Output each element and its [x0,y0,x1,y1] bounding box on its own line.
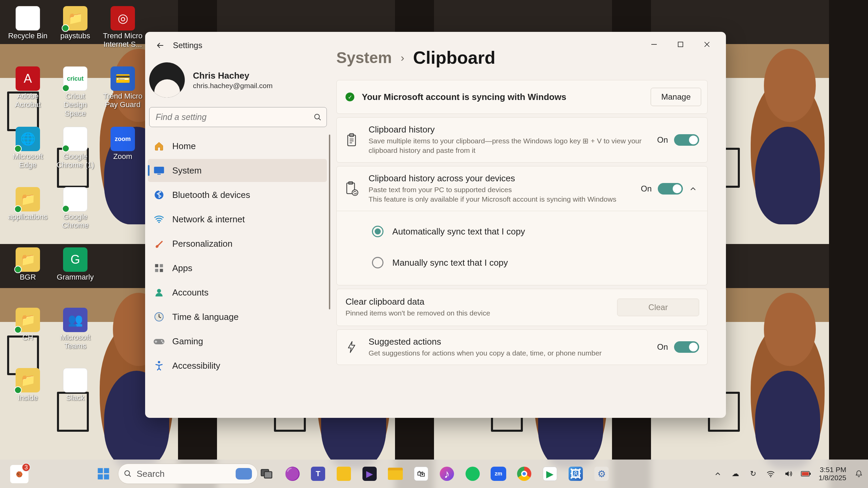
search-icon [124,470,132,478]
setting-title: Clipboard history [369,124,648,135]
nav-item-person[interactable]: Accounts [148,281,327,304]
sync-mode-option[interactable]: Manually sync text that I copy [372,252,699,273]
copilot[interactable]: 🟣 [281,463,303,485]
desktop-icon[interactable]: AAdobe Acrobat [4,65,52,123]
clipchamp[interactable]: ▶ [358,463,381,485]
radio-button[interactable] [372,226,383,237]
search-box[interactable] [149,107,327,127]
windows-update-icon[interactable]: ↻ [748,469,758,479]
clipboard-history-row[interactable]: Clipboard history Save multiple items to… [337,118,707,162]
clear-button[interactable]: Clear [617,299,699,316]
spotify[interactable] [461,463,484,485]
desktop-icon[interactable]: zoomZoom [99,125,146,183]
itunes[interactable]: ♪ [436,463,458,485]
task-view[interactable] [255,463,278,485]
settings-app[interactable]: ⚙ [590,463,613,485]
desktop-icon[interactable]: 📁paystubs [52,5,99,62]
nav-item-bluetooth[interactable]: Bluetooth & devices [148,183,327,206]
onedrive-icon[interactable]: ☁ [730,469,741,479]
nav-item-home[interactable]: Home [148,135,327,158]
bluetooth-icon [153,189,165,201]
taskbar-nba-icon[interactable]: 🏀 3 [10,465,28,483]
manage-button[interactable]: Manage [651,88,701,106]
desktop-icon[interactable]: 📁Inside [4,367,52,424]
nav-item-apps[interactable]: Apps [148,257,327,280]
taskbar-search[interactable]: Search [118,464,258,484]
svg-point-12 [161,340,163,342]
setting-title: Clipboard history across your devices [369,173,631,184]
nav-item-gaming[interactable]: Gaming [148,330,327,353]
zoom-app[interactable]: zm [487,463,510,485]
volume-icon[interactable] [783,469,793,479]
account-email: chris.hachey@gmail.com [193,82,273,90]
toggle-state: On [657,135,668,145]
svg-rect-24 [104,474,109,480]
chevron-up-icon[interactable] [689,185,699,193]
desktop-icon[interactable]: cricutCricut Design Space [52,65,99,123]
clipboard-across-toggle[interactable] [658,183,683,195]
search-icon [314,113,322,121]
sync-banner-text: Your Microsoft account is syncing with W… [362,92,566,102]
back-button[interactable] [154,39,166,52]
clock[interactable]: 3:51 PM 1/8/2025 [818,466,846,482]
brush-icon [153,238,165,249]
desktop-icon-label: Recycle Bin [8,32,47,40]
sync-mode-radio-group: Automatically sync text that I copyManua… [337,211,707,285]
sticky-notes[interactable] [333,463,355,485]
close-button[interactable] [702,39,712,50]
wifi-icon[interactable] [766,469,776,479]
breadcrumb-parent[interactable]: System [336,48,392,67]
desktop-icon[interactable]: 👥Microsoft Teams [52,306,99,364]
chrome[interactable] [513,463,535,485]
desktop-icon[interactable]: ⊚Google Chrome (1) [52,125,99,183]
teams[interactable]: T [307,463,329,485]
desktop-icon[interactable]: 💳Trend Micro Pay Guard [99,65,146,123]
microsoft-store[interactable]: 🛍 [410,463,432,485]
desktop-icon[interactable]: ◎Trend Micro Internet S... [99,5,146,62]
desktop-icon-label: paystubs [60,32,90,40]
suggested-actions-row[interactable]: Suggested actions Get suggestions for ac… [337,330,707,365]
scrollbar-thumb[interactable] [329,135,330,309]
nav-item-wifi[interactable]: Network & internet [148,208,327,231]
notifications-icon[interactable] [854,469,864,479]
maximize-button[interactable] [675,39,686,50]
search-input[interactable] [156,112,310,122]
svg-point-14 [158,361,160,363]
desktop-icon[interactable]: 📁applications [4,186,52,243]
radio-label: Automatically sync text that I copy [392,226,525,237]
nav-item-label: Apps [172,263,192,273]
desktop-icon[interactable]: ❖Slack [52,367,99,424]
suggested-actions-toggle[interactable] [674,341,699,353]
desktop-icon[interactable]: GGrammarly [52,246,99,304]
nav-item-access[interactable]: Accessibility [148,354,327,377]
sync-mode-option[interactable]: Automatically sync text that I copy [372,221,699,242]
file-explorer[interactable] [384,463,407,485]
account-name: Chris Hachey [193,70,273,81]
nav-item-label: Accessibility [172,361,220,371]
svg-point-4 [158,222,160,223]
desktop-icon[interactable]: 📁CH [4,306,52,364]
photos[interactable]: 🖼 [565,463,587,485]
tray-overflow[interactable] [713,469,723,479]
account-row[interactable]: Chris Hachey chris.hachey@gmail.com [148,56,328,105]
wifi-icon [153,214,165,225]
desktop-icon[interactable]: 🌐Microsoft Edge [4,125,52,183]
clipboard-history-toggle[interactable] [674,134,699,146]
search-label: Search [137,469,164,479]
desktop-icon-label: Microsoft Edge [5,152,50,169]
nav-item-brush[interactable]: Personalization [148,232,327,255]
desktop-icon[interactable]: ⊚Google Chrome [52,186,99,243]
nav-item-system[interactable]: System [148,159,327,182]
minimize-button[interactable] [649,39,659,50]
nav-item-label: Gaming [172,336,203,347]
app-green[interactable]: ▶ [539,463,561,485]
clipboard-across-row[interactable]: Clipboard history across your devices Pa… [337,166,707,211]
date: 1/8/2025 [818,474,846,482]
nav-item-clock[interactable]: Time & language [148,305,327,328]
radio-button[interactable] [372,257,383,268]
battery-icon[interactable] [801,469,811,479]
arrow-left-icon [156,41,164,50]
desktop-icon[interactable]: 📁BGR [4,246,52,304]
desktop-icon[interactable]: 🗑Recycle Bin [4,5,52,62]
start-button[interactable] [92,463,115,485]
